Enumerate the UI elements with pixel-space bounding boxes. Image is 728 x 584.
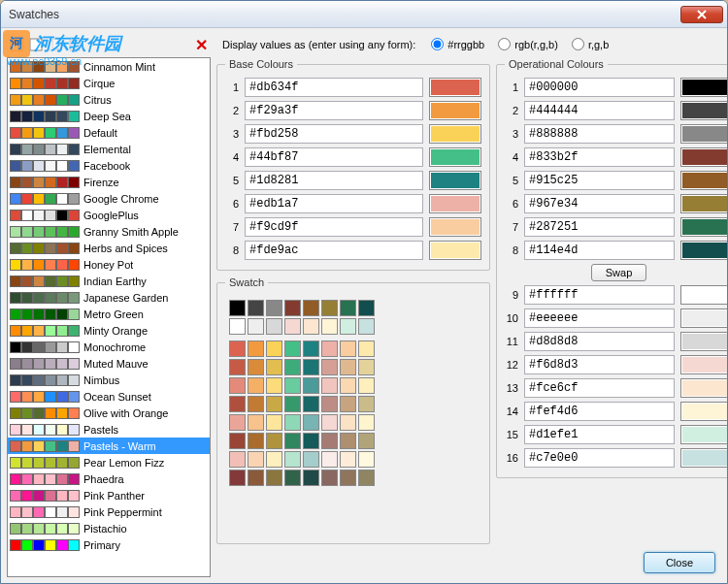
swatch-thumb	[21, 308, 33, 320]
preview-cell	[340, 396, 356, 412]
color-swatch-button[interactable]	[680, 448, 728, 468]
swatch-list-item[interactable]: Default	[8, 124, 210, 141]
swatch-list-item[interactable]: Facebook	[8, 157, 210, 174]
color-value-input[interactable]	[245, 78, 423, 97]
paste-swatch-icon[interactable]	[67, 37, 83, 52]
swatch-list-item[interactable]: Indian Earthy	[8, 273, 210, 289]
swatch-list-item[interactable]: Pink Peppermint	[8, 503, 210, 520]
color-value-input[interactable]	[524, 355, 675, 374]
color-swatch-button[interactable]	[680, 124, 728, 144]
color-swatch-button[interactable]	[680, 402, 728, 421]
swatch-list-item[interactable]: Deep Sea	[8, 108, 210, 124]
swatch-list-item[interactable]: Honey Pot	[8, 256, 210, 273]
swatch-list-item[interactable]: Pear Lemon Fizz	[8, 454, 210, 470]
color-value-input[interactable]	[524, 308, 675, 328]
color-swatch-button[interactable]	[680, 332, 728, 351]
color-swatch-button[interactable]	[429, 124, 481, 144]
color-value-input[interactable]	[524, 332, 675, 351]
preview-cell	[248, 377, 264, 394]
color-value-input[interactable]	[245, 101, 423, 120]
swatch-list-item[interactable]: Granny Smith Apple	[8, 223, 210, 240]
color-swatch-button[interactable]	[680, 241, 728, 260]
swatch-list-item[interactable]: Minty Orange	[8, 322, 210, 339]
swatch-thumb	[10, 374, 21, 386]
color-swatch-button[interactable]	[680, 78, 728, 97]
color-value-input[interactable]	[245, 217, 423, 237]
swatch-name: Phaedra	[83, 473, 124, 485]
display-format-radio[interactable]: #rrggbb	[431, 38, 484, 50]
display-format-radio[interactable]: r,g,b	[572, 38, 609, 50]
swatch-name: Ocean Sunset	[83, 391, 151, 403]
swatch-list-item[interactable]: Phaedra	[8, 470, 210, 487]
color-value-input[interactable]	[524, 147, 675, 167]
color-value-input[interactable]	[245, 171, 423, 190]
swatch-thumb	[21, 111, 33, 122]
color-swatch-button[interactable]	[429, 171, 481, 190]
color-value-input[interactable]	[524, 101, 675, 120]
new-swatch-icon[interactable]	[9, 37, 24, 52]
color-swatch-button[interactable]	[429, 78, 481, 97]
swatch-list-item[interactable]: GooglePlus	[8, 207, 210, 223]
color-swatch-button[interactable]	[680, 147, 728, 167]
swatch-list-item[interactable]: Google Chrome	[8, 190, 210, 207]
swatch-list-item[interactable]: Cirque	[8, 75, 210, 91]
swatch-list-item[interactable]: Monochrome	[8, 339, 210, 355]
color-value-input[interactable]	[524, 402, 675, 421]
swatch-list-item[interactable]: Nimbus	[8, 372, 210, 388]
color-swatch-button[interactable]	[680, 308, 728, 328]
color-value-input[interactable]	[524, 285, 675, 305]
color-value-input[interactable]	[524, 78, 675, 97]
color-swatch-button[interactable]	[680, 101, 728, 120]
swatch-list-item[interactable]: Elemental	[8, 141, 210, 157]
color-swatch-button[interactable]	[429, 241, 481, 260]
swatch-list-item[interactable]: Muted Mauve	[8, 355, 210, 372]
window-close-button[interactable]	[680, 6, 723, 23]
color-value-input[interactable]	[524, 171, 675, 190]
swatch-list-item[interactable]: Citrus	[8, 91, 210, 108]
color-swatch-button[interactable]	[429, 101, 481, 120]
color-swatch-button[interactable]	[680, 425, 728, 444]
swatch-list-item[interactable]: Herbs and Spices	[8, 240, 210, 256]
color-value-input[interactable]	[524, 425, 675, 444]
color-swatch-button[interactable]	[680, 171, 728, 190]
color-swatch-button[interactable]	[680, 285, 728, 305]
swatch-thumb	[68, 111, 80, 122]
close-button[interactable]: Close	[644, 552, 715, 573]
delete-swatch-icon[interactable]: ✕	[193, 37, 209, 52]
swatch-list-item[interactable]: Pastels - Warm	[8, 438, 210, 454]
color-value-input[interactable]	[524, 217, 675, 237]
color-swatch-button[interactable]	[680, 194, 728, 213]
color-swatch-button[interactable]	[429, 147, 481, 167]
color-value-input[interactable]	[524, 241, 675, 260]
color-swatch-button[interactable]	[429, 194, 481, 213]
color-value-input[interactable]	[524, 448, 675, 468]
color-value-input[interactable]	[524, 124, 675, 144]
swap-button[interactable]: Swap	[591, 264, 647, 281]
swatch-list-item[interactable]: Pink Panther	[8, 487, 210, 503]
swatch-list-item[interactable]: Japanese Garden	[8, 289, 210, 306]
swatch-list-item[interactable]: Pistachio	[8, 520, 210, 536]
swatch-list-item[interactable]: Firenze	[8, 174, 210, 190]
color-value-input[interactable]	[245, 147, 423, 167]
color-swatch-button[interactable]	[680, 355, 728, 374]
swatch-list-item[interactable]: Olive with Orange	[8, 405, 210, 421]
swatch-list-item[interactable]: Primary	[8, 536, 210, 553]
color-swatch-button[interactable]	[680, 378, 728, 398]
color-swatch-button[interactable]	[680, 217, 728, 237]
swatch-thumb	[45, 506, 56, 518]
color-value-input[interactable]	[245, 241, 423, 260]
color-value-input[interactable]	[524, 194, 675, 213]
preview-cell	[266, 414, 282, 431]
color-swatch-button[interactable]	[429, 217, 481, 237]
swatch-list[interactable]: Cinnamon MintCirqueCitrusDeep SeaDefault…	[7, 57, 211, 577]
display-format-radio[interactable]: rgb(r,g,b)	[498, 38, 558, 50]
copy-swatch-icon[interactable]	[48, 37, 63, 52]
edit-swatch-icon[interactable]	[28, 37, 44, 52]
color-value-input[interactable]	[245, 194, 423, 213]
swatch-list-item[interactable]: Cinnamon Mint	[8, 58, 210, 75]
color-value-input[interactable]	[245, 124, 423, 144]
swatch-list-item[interactable]: Metro Green	[8, 306, 210, 322]
color-value-input[interactable]	[524, 378, 675, 398]
swatch-list-item[interactable]: Ocean Sunset	[8, 388, 210, 405]
swatch-list-item[interactable]: Pastels	[8, 421, 210, 438]
